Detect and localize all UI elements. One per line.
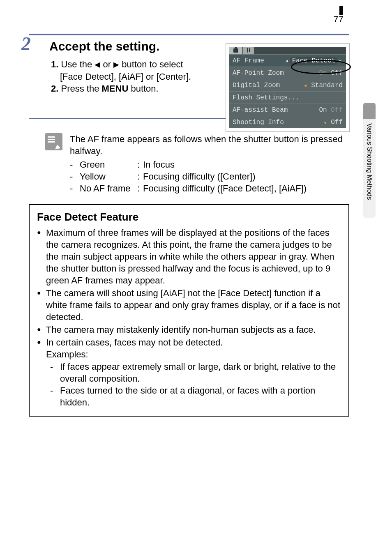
step-item-1-text-b: or <box>100 59 113 69</box>
step-item-1-row2: [Face Detect], [AiAF] or [Center]. <box>60 71 215 83</box>
menu-row-digital-zoom: Digital Zoom ◂ Standard <box>229 79 346 91</box>
note-r2c1: Yellow <box>80 170 137 182</box>
feature-box: Face Detect Feature ● Maximum of three f… <box>29 204 349 416</box>
menu-af-frame-label: AF Frame <box>233 57 285 64</box>
menu-button-label: MENU <box>102 83 129 94</box>
page-number: 77 <box>334 14 344 25</box>
note-text: The AF frame appears as follows when the… <box>70 133 349 194</box>
info-note: The AF frame appears as follows when the… <box>45 133 349 194</box>
right-arrow-icon: ▶ <box>113 60 119 69</box>
menu-info-label: Shooting Info <box>233 119 323 126</box>
step-item-1-text-c: button to select <box>119 59 183 69</box>
menu-tabs <box>229 47 346 54</box>
menu-row-flash: Flash Settings... <box>229 91 346 104</box>
menu-flash-label: Flash Settings... <box>233 94 343 101</box>
note-row-3: - No AF frame : Focusing difficulty ([Fa… <box>70 182 349 194</box>
menu-row-af-frame: AF Frame ◂ Face Detect ▸ <box>229 54 346 67</box>
feature-b4a-text: In certain cases, faces may not be detec… <box>46 337 223 348</box>
menu-info-value: Off <box>331 119 343 126</box>
feature-bullet-4: ● In certain cases, faces may not be det… <box>37 336 341 360</box>
note-row-2: - Yellow : Focusing difficulty ([Center]… <box>70 170 349 182</box>
step-item-2-num: 2. <box>51 83 58 94</box>
bullet-icon: ● <box>37 227 46 286</box>
dash-icon: - <box>50 385 60 408</box>
step-item-2-text-b: button. <box>128 83 158 94</box>
menu-arrow-left-icon-3: ◂ <box>323 118 327 127</box>
dash-icon: - <box>70 159 80 170</box>
step-number: 2 <box>21 35 31 53</box>
left-arrow-icon: ◀ <box>95 60 100 69</box>
feature-b4b-text: Examples: <box>46 349 88 359</box>
menu-arrow-left-icon: ◂ <box>285 57 289 65</box>
bullet-icon: ● <box>37 287 46 323</box>
note-r3c1: No AF frame <box>80 182 137 194</box>
menu-af-point-off: Off <box>331 69 343 77</box>
note-r3c2: Focusing difficulty ([Face Detect], [AiA… <box>143 182 307 194</box>
menu-dz-label: Digital Zoom <box>233 82 303 89</box>
menu-dz-value: Standard <box>311 82 343 89</box>
feature-title: Face Detect Feature <box>37 211 341 223</box>
feature-s2-text: Faces turned to the side or at a diagona… <box>60 385 341 408</box>
step-item-1-num: 1. <box>51 59 58 69</box>
feature-b2-text: The camera will shoot using [AiAF] not t… <box>46 287 341 323</box>
side-tab-label: Various Shooting Methods <box>363 119 376 218</box>
note-table: - Green : In focus - Yellow : Focusing d… <box>70 159 349 194</box>
dash-icon: - <box>70 182 80 194</box>
note-row-1: - Green : In focus <box>70 159 349 170</box>
feature-s1-text: If faces appear extremely small or large… <box>60 361 341 385</box>
menu-row-info: Shooting Info ◂ Off <box>229 116 346 128</box>
bullet-icon: ● <box>37 336 46 360</box>
feature-bullet-1: ● Maximum of three frames will be displa… <box>37 227 341 286</box>
camera-menu-screenshot: AF Frame ◂ Face Detect ▸ AF-Point Zoom O… <box>226 44 349 131</box>
feature-bullet-3: ● The camera may mistakenly identify non… <box>37 324 341 336</box>
menu-af-point-on: On <box>319 69 327 77</box>
menu-af-frame-value: Face Detect <box>290 57 338 65</box>
step-item-2-text-a: Press the <box>61 83 101 94</box>
page-number-marker <box>339 6 343 15</box>
menu-row-beam: AF-assist Beam On Off <box>229 104 346 116</box>
step-list: 1. Use the ◀ or ▶ button to select [Face… <box>51 58 215 95</box>
menu-row-af-point: AF-Point Zoom On Off <box>229 67 346 79</box>
dash-icon: - <box>70 170 80 182</box>
feature-b3-text: The camera may mistakenly identify non-h… <box>46 324 316 336</box>
note-intro: The AF frame appears as follows when the… <box>70 133 349 157</box>
note-icon <box>45 133 62 150</box>
side-tab-handle <box>363 103 376 119</box>
dash-icon: - <box>50 361 60 385</box>
note-r1c1: Green <box>80 159 137 170</box>
feature-body: ● Maximum of three frames will be displa… <box>37 227 341 408</box>
menu-arrow-left-icon-2: ◂ <box>303 81 307 90</box>
menu-af-point-label: AF-Point Zoom <box>233 69 319 77</box>
menu-beam-off: Off <box>331 106 343 114</box>
feature-sub-2: - Faces turned to the side or at a diago… <box>50 385 341 408</box>
bullet-icon: ● <box>37 324 46 336</box>
menu-tab-camera <box>229 47 243 54</box>
menu-beam-on: On <box>319 106 327 114</box>
menu-beam-label: AF-assist Beam <box>233 106 319 114</box>
feature-sub-1: - If faces appear extremely small or lar… <box>50 361 341 385</box>
feature-b1-text: Maximum of three frames will be displaye… <box>46 227 341 286</box>
step-item-1-text-a: Use the <box>61 59 95 69</box>
note-r2c2: Focusing difficulty ([Center]) <box>143 170 255 182</box>
menu-arrow-right-icon: ▸ <box>339 57 343 65</box>
page-content: 2 Accept the setting. 1. Use the ◀ or ▶ … <box>29 34 349 417</box>
step-block: 2 Accept the setting. 1. Use the ◀ or ▶ … <box>29 34 349 118</box>
menu-af-frame-value-wrap: ◂ Face Detect ▸ <box>285 57 343 65</box>
note-r1c2: In focus <box>143 159 175 170</box>
feature-bullet-2: ● The camera will shoot using [AiAF] not… <box>37 287 341 323</box>
camera-icon <box>233 48 238 53</box>
menu-tab-tools <box>243 47 254 54</box>
tools-icon <box>247 48 250 53</box>
